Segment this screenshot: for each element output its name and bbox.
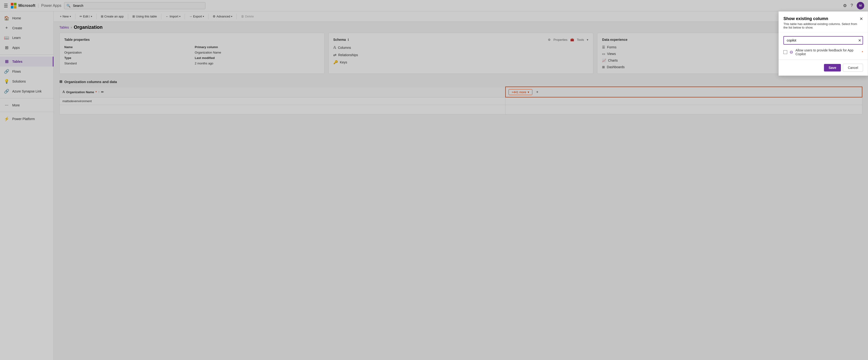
allow-feedback-checkbox[interactable] [783, 50, 787, 54]
modal-header-text: Show existing column This table has addi… [783, 16, 860, 29]
modal-list: ⊖ Allow users to provide feedback for Ap… [783, 48, 863, 56]
modal-close-button[interactable]: ✕ [860, 16, 863, 22]
allow-feedback-label: Allow users to provide feedback for App … [796, 48, 860, 56]
modal-header: Show existing column This table has addi… [779, 11, 868, 32]
modal-search: ✕ [783, 36, 863, 45]
modal-search-clear-button[interactable]: ✕ [858, 38, 861, 43]
modal-subtitle: This table has additional existing colum… [783, 22, 860, 29]
show-existing-column-modal: Show existing column This table has addi… [778, 11, 868, 76]
modal-title: Show existing column [783, 16, 860, 21]
required-star: * [862, 50, 863, 54]
modal-search-input[interactable] [783, 36, 863, 45]
modal-body: ✕ ⊖ Allow users to provide feedback for … [779, 32, 868, 60]
cancel-button[interactable]: Cancel [843, 64, 863, 72]
modal-overlay[interactable]: Show existing column This table has addi… [0, 0, 868, 360]
toggle-icon: ⊖ [789, 50, 793, 55]
save-button[interactable]: Save [824, 64, 841, 72]
modal-footer: Save Cancel [779, 60, 868, 76]
list-item-allow-feedback: ⊖ Allow users to provide feedback for Ap… [783, 48, 863, 56]
